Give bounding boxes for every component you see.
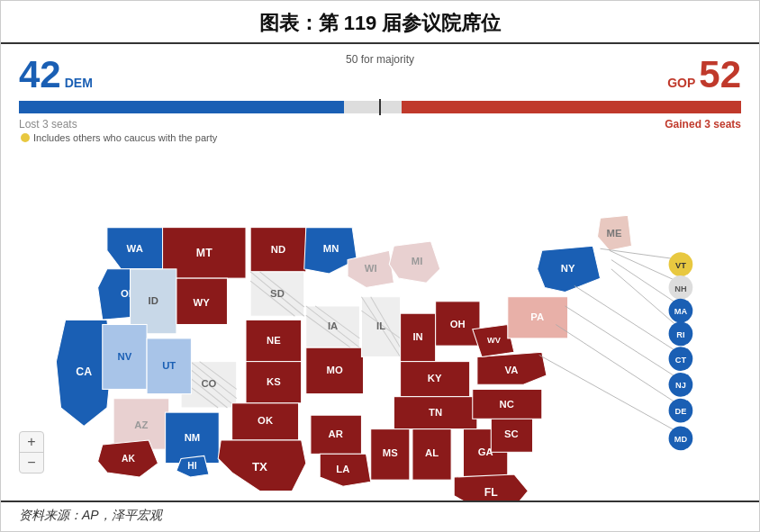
label-MA: MA [674,307,688,316]
label-NV: NV [118,351,132,362]
label-AL: AL [425,447,439,458]
gop-score: GOP 52 [667,53,741,96]
label-NY: NY [561,263,575,274]
seat-bar-container [19,100,741,114]
gop-label: GOP [667,76,695,90]
label-MT: MT [196,247,213,259]
seat-bar [19,101,741,113]
svg-line-14 [601,248,681,259]
zoom-in-button[interactable]: + [20,432,43,453]
label-TN: TN [429,407,442,418]
label-HI: HI [187,461,196,471]
us-map: WA OR CA MT ID NV AZ WY [10,149,750,500]
label-TX: TX [252,460,267,473]
label-OH: OH [450,319,466,329]
label-NE: NE [267,335,281,346]
footer: 资料来源：AP，泽平宏观 [1,500,759,531]
label-NH: NH [674,284,687,293]
label-WI: WI [365,263,377,274]
label-WV: WV [487,336,502,345]
map-area: WA OR CA MT ID NV AZ WY [1,149,759,500]
dem-bar [19,101,344,113]
seat-change-row: Lost 3 seats Gained 3 seats [19,118,741,131]
label-IN: IN [412,331,422,342]
zoom-controls: + − [19,431,44,473]
label-MD: MD [674,435,688,444]
label-MO: MO [327,365,343,375]
label-UT: UT [162,360,176,371]
label-OK: OK [258,415,274,426]
label-KY: KY [428,373,442,383]
svg-line-20 [556,325,681,406]
label-MN: MN [323,243,339,254]
yellow-dot-icon [21,133,30,142]
label-IL: IL [376,320,385,331]
label-IA: IA [328,320,338,331]
dem-score: 42 DEM [19,53,93,96]
label-CA: CA [76,365,92,378]
label-VA: VA [504,365,518,375]
gop-number: 52 [699,53,741,96]
gop-bar [402,101,741,113]
gained-seats-label: Gained 3 seats [665,118,741,131]
label-AZ: AZ [134,419,148,430]
label-MI: MI [412,256,423,266]
label-AR: AR [329,428,343,439]
score-row: 42 DEM 50 for majority GOP 52 [19,53,741,96]
label-SC: SC [504,428,519,439]
svg-line-18 [575,285,681,354]
zoom-out-button[interactable]: − [20,453,43,473]
majority-label: 50 for majority [346,53,414,66]
majority-marker [379,99,381,115]
label-NC: NC [500,399,514,410]
label-AK: AK [122,454,135,464]
bar-gap [344,101,402,113]
scoreboard: 42 DEM 50 for majority GOP 52 Lost 3 sea… [1,44,759,149]
label-CT: CT [675,356,687,365]
dem-number: 42 [19,53,61,96]
label-ME: ME [606,228,621,239]
label-WY: WY [194,297,211,308]
label-PA: PA [530,311,544,322]
label-FL: FL [484,486,499,499]
label-VT: VT [675,261,686,270]
label-LA: LA [336,464,349,474]
includes-note: Includes others who caucus with the part… [21,132,741,143]
label-RI: RI [676,330,684,339]
label-KS: KS [267,376,281,387]
dem-label: DEM [65,76,93,90]
label-NJ: NJ [675,381,686,390]
label-MS: MS [383,447,398,458]
label-DE: DE [675,407,687,416]
main-container: 图表：第 119 届参议院席位 42 DEM 50 for majority G… [0,0,760,532]
label-CO: CO [201,378,216,389]
label-ID: ID [149,295,158,306]
label-SD: SD [270,288,285,299]
label-NM: NM [185,432,201,443]
label-ND: ND [271,244,285,255]
lost-seats-label: Lost 3 seats [19,118,77,131]
label-WA: WA [127,243,143,254]
page-title: 图表：第 119 届参议院席位 [1,1,759,44]
